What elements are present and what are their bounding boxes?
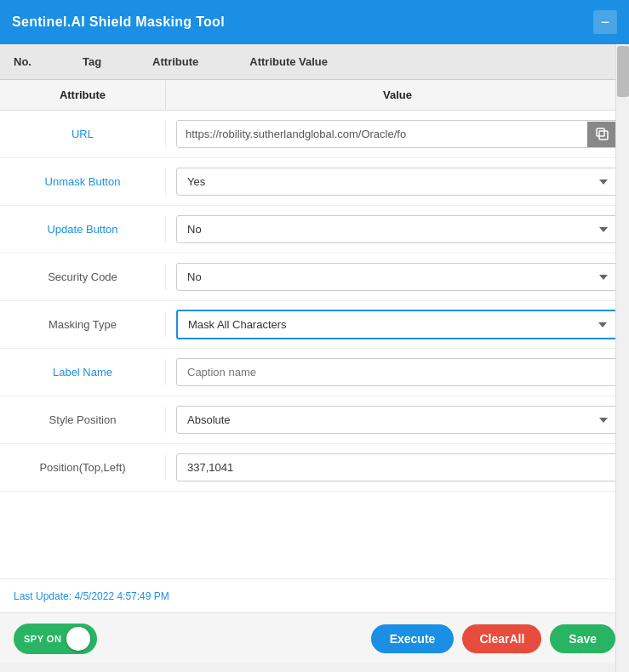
spacer (0, 492, 629, 517)
status-bar: Last Update: 4/5/2022 4:57:49 PM (0, 578, 629, 612)
url-input[interactable] (177, 121, 587, 147)
update-value-cell: Yes No (166, 208, 629, 250)
scrollbar-rail[interactable] (615, 44, 629, 672)
labelname-value-cell (166, 351, 629, 393)
labelname-input[interactable] (176, 358, 619, 386)
main-panel: Attribute Value URL Unmask Button Yes No (0, 80, 629, 578)
masking-select[interactable]: Mask All Characters Mask Partial No Mask… (176, 310, 619, 339)
table-header: No. Tag Attribute Attribute Value (0, 44, 629, 80)
copy-icon (596, 128, 609, 141)
security-row: Security Code Yes No (0, 253, 629, 301)
url-container (176, 120, 619, 148)
col-no: No. (14, 55, 31, 68)
unmask-label: Unmask Button (0, 168, 166, 195)
svg-rect-0 (599, 131, 608, 140)
sub-header-value: Value (166, 80, 629, 110)
minimize-button[interactable]: − (593, 10, 617, 34)
footer: SPY ON Execute ClearAll Save (0, 612, 629, 663)
masking-value-cell: Mask All Characters Mask Partial No Mask… (166, 303, 629, 346)
style-select[interactable]: Absolute Relative Fixed Static (176, 406, 619, 434)
url-label: URL (0, 121, 166, 147)
update-label: Update Button (0, 216, 166, 242)
update-select[interactable]: Yes No (176, 215, 619, 243)
position-input[interactable] (176, 453, 619, 481)
unmask-value-cell: Yes No (166, 161, 629, 202)
spy-toggle[interactable]: SPY ON (14, 624, 97, 654)
scrollbar-thumb[interactable] (617, 46, 629, 97)
unmask-row: Unmask Button Yes No (0, 158, 629, 206)
col-tag: Tag (83, 55, 101, 68)
toggle-knob (66, 627, 90, 651)
sub-header-attribute: Attribute (0, 80, 166, 110)
url-value-cell (166, 113, 629, 155)
save-button[interactable]: Save (550, 624, 615, 653)
execute-button[interactable]: Execute (371, 624, 455, 653)
clearall-button[interactable]: ClearAll (462, 624, 541, 653)
style-value-cell: Absolute Relative Fixed Static (166, 399, 629, 441)
security-select[interactable]: Yes No (176, 263, 619, 291)
masking-label: Masking Type (0, 311, 166, 338)
labelname-row: Label Name (0, 349, 629, 396)
spy-label: SPY ON (24, 634, 61, 644)
update-row: Update Button Yes No (0, 206, 629, 253)
url-row: URL (0, 111, 629, 158)
col-attribute-value: Attribute Value (249, 55, 328, 68)
security-label: Security Code (0, 264, 166, 290)
masking-row: Masking Type Mask All Characters Mask Pa… (0, 301, 629, 349)
position-row: Position(Top,Left) (0, 444, 629, 492)
position-label: Position(Top,Left) (0, 454, 166, 481)
style-label: Style Position (0, 407, 166, 433)
last-update-text: Last Update: 4/5/2022 4:57:49 PM (14, 590, 169, 602)
titlebar: Sentinel.AI Shield Masking Tool − (0, 0, 629, 44)
labelname-label: Label Name (0, 359, 166, 385)
col-attribute: Attribute (152, 55, 198, 68)
style-row: Style Position Absolute Relative Fixed S… (0, 396, 629, 444)
svg-rect-1 (597, 128, 604, 136)
unmask-select[interactable]: Yes No (176, 168, 619, 196)
security-value-cell: Yes No (166, 256, 629, 298)
url-copy-button[interactable] (587, 122, 618, 147)
sub-header: Attribute Value (0, 80, 629, 111)
app-title: Sentinel.AI Shield Masking Tool (12, 14, 225, 30)
position-value-cell (166, 447, 629, 488)
